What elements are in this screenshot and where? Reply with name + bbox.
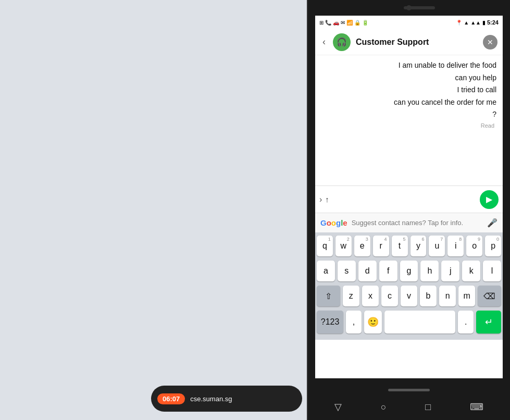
status-icon-lock: 🔒	[354, 20, 360, 26]
message-text-3: I tried to call	[457, 85, 496, 95]
chat-messages-area: I am unable to deliver the food can you …	[315, 55, 503, 186]
phone-speaker	[404, 6, 435, 9]
status-icon-apps: ⊞	[319, 20, 324, 26]
key-w[interactable]: 2w	[335, 236, 352, 256]
notification-bar[interactable]: 06:07 cse.suman.sg	[151, 386, 302, 412]
key-t[interactable]: 5t	[392, 236, 408, 256]
phone-device: ⊞ 📞 🚗 ✉ 📶 🔒 🔋 📍 ▲ ▲▲ ▮ 5:24 ‹ 🎧 Cu	[307, 0, 510, 420]
message-5: ?	[321, 109, 496, 120]
key-g[interactable]: g	[400, 261, 418, 281]
status-icon-phone: 📞	[325, 20, 331, 26]
key-y[interactable]: 6y	[411, 236, 427, 256]
back-button[interactable]: ‹	[320, 34, 328, 50]
key-i[interactable]: 8i	[447, 236, 464, 256]
key-v[interactable]: v	[401, 286, 417, 306]
message-3: I tried to call	[321, 85, 496, 95]
message-1: I am unable to deliver the food	[321, 60, 496, 71]
key-b[interactable]: b	[420, 286, 437, 306]
status-signal-icon: ▲▲	[470, 20, 481, 26]
message-4: can you cancel the order for me	[321, 97, 496, 108]
notification-time: 06:07	[157, 393, 185, 404]
status-left-icons: ⊞ 📞 🚗 ✉ 📶 🔒 🔋	[319, 20, 368, 26]
key-s[interactable]: s	[338, 261, 356, 281]
keyboard-row-1: 1q 2w 3e 4r 5t 6y 7u 8i 9o 0p	[317, 236, 501, 256]
period-key[interactable]: .	[458, 311, 474, 333]
emoji-key[interactable]: 🙂	[364, 311, 382, 333]
support-avatar: 🎧	[333, 33, 351, 51]
close-icon: ✕	[487, 38, 493, 46]
key-u[interactable]: 7u	[429, 236, 445, 256]
key-h[interactable]: h	[420, 261, 439, 281]
status-wifi-icon: ▲	[464, 20, 469, 26]
keyboard: 1q 2w 3e 4r 5t 6y 7u 8i 9o 0p a s d f g …	[315, 232, 503, 340]
key-m[interactable]: m	[458, 286, 475, 306]
key-e[interactable]: 3e	[354, 236, 370, 256]
chevron-icon[interactable]: ›	[319, 195, 322, 204]
key-x[interactable]: x	[362, 286, 379, 306]
key-c[interactable]: c	[381, 286, 398, 306]
message-text-1: I am unable to deliver the food	[399, 60, 496, 71]
phone-nav-bar: ▽ ○ □ ⌨	[315, 394, 503, 420]
mic-icon[interactable]: 🎤	[487, 218, 497, 228]
nav-home-button[interactable]: ○	[381, 402, 387, 413]
shift-key[interactable]: ⇧	[317, 286, 340, 306]
status-icon-battery2: 🔋	[362, 20, 368, 26]
chat-title: Customer Support	[356, 38, 478, 47]
key-j[interactable]: j	[441, 261, 459, 281]
key-l[interactable]: l	[483, 261, 501, 281]
key-p[interactable]: 0p	[485, 236, 501, 256]
keyboard-row-2: a s d f g h j k l	[317, 261, 501, 281]
space-key[interactable]	[384, 311, 455, 333]
status-location-icon: 📍	[456, 20, 462, 26]
key-k[interactable]: k	[462, 261, 480, 281]
message-input[interactable]	[325, 191, 477, 208]
status-right-icons: 📍 ▲ ▲▲ ▮ 5:24	[456, 19, 499, 26]
notification-domain: cse.suman.sg	[190, 395, 232, 403]
symbols-key[interactable]: ?123	[317, 311, 343, 333]
key-o[interactable]: 9o	[466, 236, 482, 256]
keyboard-row-3: ⇧ z x c v b n m ⌫	[317, 286, 501, 306]
nav-back-button[interactable]: ▽	[334, 401, 342, 413]
desktop-background	[0, 0, 307, 420]
send-icon: ▶	[486, 194, 492, 204]
delete-key[interactable]: ⌫	[478, 286, 501, 306]
status-icon-car: 🚗	[333, 20, 339, 26]
key-a[interactable]: a	[317, 261, 335, 281]
status-icon-msg: ✉	[341, 20, 345, 26]
send-button[interactable]: ▶	[480, 190, 499, 209]
key-z[interactable]: z	[343, 286, 359, 306]
key-d[interactable]: d	[358, 261, 377, 281]
phone-bottom-bar	[388, 389, 430, 391]
close-button[interactable]: ✕	[483, 35, 497, 50]
key-q[interactable]: 1q	[317, 236, 333, 256]
phone-screen: ⊞ 📞 🚗 ✉ 📶 🔒 🔋 📍 ▲ ▲▲ ▮ 5:24 ‹ 🎧 Cu	[315, 16, 503, 378]
input-area: › ▶	[315, 186, 503, 213]
read-status: Read	[321, 122, 496, 129]
message-text-2: can you help	[455, 73, 496, 83]
status-bar: ⊞ 📞 🚗 ✉ 📶 🔒 🔋 📍 ▲ ▲▲ ▮ 5:24	[315, 16, 503, 29]
key-f[interactable]: f	[379, 261, 397, 281]
chat-header: ‹ 🎧 Customer Support ✕	[315, 29, 503, 55]
keyboard-row-4: ?123 , 🙂 . ↵	[317, 311, 501, 333]
comma-key[interactable]: ,	[346, 311, 362, 333]
headset-icon: 🎧	[337, 37, 347, 47]
message-2: can you help	[321, 73, 496, 83]
google-logo: Google	[320, 218, 347, 227]
suggest-text: Suggest contact names? Tap for info.	[352, 219, 483, 227]
status-battery-icon: ▮	[482, 20, 486, 26]
nav-recents-button[interactable]: □	[425, 402, 431, 413]
suggest-bar[interactable]: Google Suggest contact names? Tap for in…	[315, 213, 503, 232]
nav-keyboard-button[interactable]: ⌨	[470, 401, 483, 413]
key-r[interactable]: 4r	[373, 236, 389, 256]
status-icon-signal2: 📶	[346, 20, 353, 26]
enter-key[interactable]: ↵	[476, 311, 501, 333]
key-n[interactable]: n	[439, 286, 456, 306]
status-time: 5:24	[487, 19, 499, 26]
message-text-5: ?	[492, 109, 496, 120]
message-text-4: can you cancel the order for me	[394, 97, 496, 108]
